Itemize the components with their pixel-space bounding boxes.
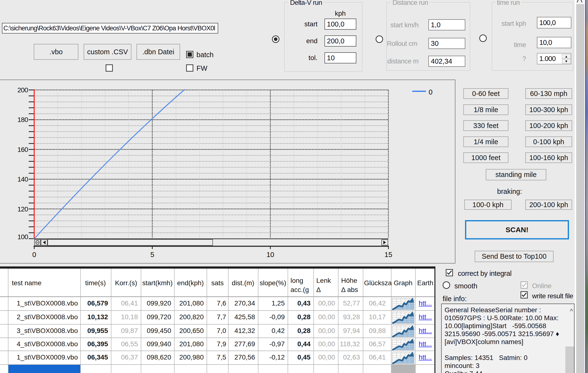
svg-text:10: 10	[266, 251, 274, 258]
svg-text:140: 140	[17, 176, 28, 183]
svg-text:5: 5	[150, 251, 154, 258]
svg-text:160: 160	[17, 146, 28, 153]
svg-text:200: 200	[17, 86, 28, 94]
svg-text:180: 180	[17, 116, 28, 123]
svg-text:15: 15	[385, 251, 392, 258]
svg-text:0: 0	[429, 88, 432, 96]
svg-text:0: 0	[32, 251, 36, 258]
svg-text:100: 100	[17, 233, 28, 241]
svg-text:120: 120	[17, 205, 28, 213]
